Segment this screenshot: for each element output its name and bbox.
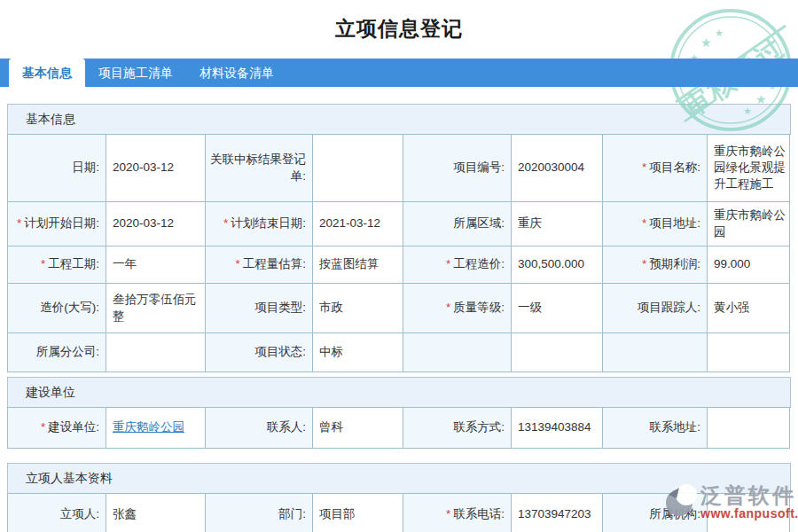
vendor-logo-icon (661, 484, 697, 520)
field-value (708, 408, 790, 449)
field-value: 2020-03-12 (106, 135, 206, 202)
field-label: 项目跟踪人: (603, 284, 708, 333)
form-row: 所属分公司:项目状态:中标 (8, 333, 791, 372)
required-marker: * (223, 215, 228, 231)
field-value (708, 333, 790, 372)
field-value: 按蓝图结算 (313, 246, 403, 284)
section-header: 建设单位 (7, 377, 791, 407)
field-label: *预期利润: (603, 246, 708, 284)
field-value: 重庆市鹅岭公园 (708, 202, 790, 246)
form-row: *计划开始日期:2020-03-12*计划结束日期:2021-03-12所属区域… (8, 202, 791, 246)
field-label: *计划开始日期: (8, 202, 106, 246)
vendor-logo-name: 泛普软件 (700, 485, 798, 506)
vendor-logo-url: www.fanpusoft.com (700, 507, 798, 520)
field-value: 张鑫 (106, 494, 206, 532)
field-value: 300,500.000 (512, 246, 603, 284)
field-label: 项目类型: (206, 284, 313, 333)
form-section: 建设单位*建设单位:重庆鹅岭公园联系人:曾科联系方式:13139403884联系… (7, 377, 791, 449)
field-label: 部门: (206, 494, 313, 532)
field-value (106, 333, 206, 372)
field-label: *质量等级: (403, 284, 512, 333)
required-marker: * (446, 300, 450, 316)
form-row: *工程工期:一年*工程量估算:按蓝图结算*工程造价:300,500.000*预期… (8, 246, 791, 284)
field-value: 99.000 (708, 246, 790, 284)
required-marker: * (17, 215, 21, 231)
field-value (512, 333, 603, 372)
field-value: 一年 (106, 246, 206, 284)
field-value: 2021-03-12 (313, 202, 403, 246)
required-marker: * (235, 256, 239, 272)
tab-basic-info[interactable]: 基本信息 (9, 59, 85, 92)
field-label: 关联中标结果登记单: (206, 135, 313, 202)
field-label: 所属分公司: (8, 333, 106, 372)
field-value: 黄小强 (708, 284, 790, 333)
field-value (313, 135, 403, 202)
section-header: 基本信息 (7, 104, 791, 134)
form-row: 日期:2020-03-12关联中标结果登记单:项目编号:2020030004*项… (8, 135, 791, 202)
field-label: 项目编号: (403, 135, 512, 202)
field-label: 联系人: (206, 408, 313, 449)
required-marker: * (446, 256, 450, 272)
field-label: *工程工期: (8, 246, 106, 284)
field-value: 重庆市鹅岭公园绿化景观提升工程施工 (708, 135, 790, 202)
field-label (403, 333, 512, 372)
form-table: *建设单位:重庆鹅岭公园联系人:曾科联系方式:13139403884联系地址: (7, 407, 791, 449)
field-value: 叁拾万零伍佰元整 (106, 284, 206, 333)
field-value: 市政 (313, 284, 403, 333)
form-row: 造价(大写):叁拾万零伍佰元整项目类型:市政*质量等级:一级项目跟踪人:黄小强 (8, 284, 791, 333)
field-label: *建设单位: (8, 408, 106, 449)
form-content: 基本信息日期:2020-03-12关联中标结果登记单:项目编号:20200300… (7, 104, 791, 532)
field-value: 2020-03-12 (106, 202, 206, 246)
field-value: 13703947203 (512, 494, 603, 532)
required-marker: * (642, 215, 646, 231)
vendor-logo: 泛普软件 www.fanpusoft.com (661, 484, 798, 520)
tab-project-construction-list[interactable]: 项目施工清单 (85, 59, 186, 87)
page-title: 立项信息登记 (0, 0, 798, 59)
field-value: 13139403884 (512, 408, 603, 449)
field-value: 一级 (512, 284, 603, 333)
tab-material-equipment-list[interactable]: 材料设备清单 (186, 59, 287, 87)
required-marker: * (41, 419, 45, 435)
form-table: 日期:2020-03-12关联中标结果登记单:项目编号:2020030004*项… (7, 134, 791, 372)
field-label: 立项人: (8, 494, 106, 532)
form-row: *建设单位:重庆鹅岭公园联系人:曾科联系方式:13139403884联系地址: (8, 408, 791, 449)
field-label: 联系方式: (403, 408, 512, 449)
field-label: 项目状态: (206, 333, 313, 372)
required-marker: * (642, 160, 646, 176)
field-label: 造价(大写): (8, 284, 106, 333)
field-value: 重庆 (512, 202, 603, 246)
field-value: 重庆鹅岭公园 (106, 408, 206, 449)
field-label: 日期: (8, 135, 106, 202)
form-section: 基本信息日期:2020-03-12关联中标结果登记单:项目编号:20200300… (7, 104, 791, 372)
required-marker: * (446, 506, 450, 522)
field-label (603, 333, 708, 372)
field-value: 曾科 (313, 408, 403, 449)
field-label: *项目名称: (603, 135, 708, 202)
field-value: 项目部 (313, 494, 403, 532)
required-marker: * (642, 256, 646, 272)
field-label: *工程量估算: (206, 246, 313, 284)
field-label: 所属区域: (403, 202, 512, 246)
spacer (0, 87, 798, 104)
tab-bar: 基本信息 项目施工清单 材料设备清单 (0, 59, 798, 87)
field-label: *工程造价: (403, 246, 512, 284)
required-marker: * (41, 256, 45, 272)
field-value: 中标 (313, 333, 403, 372)
field-label: *联系电话: (403, 494, 512, 532)
field-label: 联系地址: (603, 408, 708, 449)
field-label: *项目地址: (603, 202, 708, 246)
field-label: *计划结束日期: (206, 202, 313, 246)
field-value: 2020030004 (512, 135, 603, 202)
construction-unit-link[interactable]: 重庆鹅岭公园 (113, 419, 184, 435)
